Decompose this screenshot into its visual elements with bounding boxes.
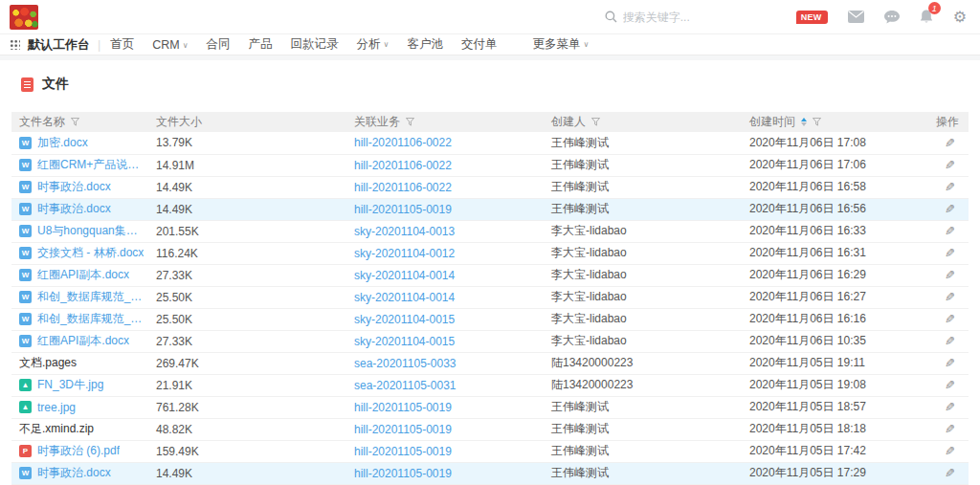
edit-icon[interactable]: ✎ xyxy=(945,136,955,150)
file-name-link[interactable]: 红圈CRM+产品说明201901_前端... xyxy=(37,157,145,173)
edit-icon[interactable]: ✎ xyxy=(945,466,955,480)
nav-item-更多菜单[interactable]: 更多菜单∨ xyxy=(532,36,589,53)
file-name-link[interactable]: 交接文档 - 林桥.docx xyxy=(37,245,144,261)
nav-item-产品[interactable]: 产品 xyxy=(249,36,273,53)
action-cell: ✎ xyxy=(925,440,969,462)
created-time-cell: 2020年11月06日 16:33 xyxy=(742,220,925,242)
edit-icon[interactable]: ✎ xyxy=(945,290,955,304)
file-name-link[interactable]: U8与hongquan集成方案.docx xyxy=(37,223,145,239)
related-business-link[interactable]: hill-20201105-0019 xyxy=(354,401,452,414)
nav-item-首页[interactable]: 首页 xyxy=(110,36,134,53)
related-business-link[interactable]: sky-20201104-0014 xyxy=(354,291,455,304)
created-time-cell: 2020年11月06日 16:58 xyxy=(742,176,925,198)
file-name-link[interactable]: 红圈API副本.docx xyxy=(37,267,129,283)
action-cell: ✎ xyxy=(925,176,969,198)
created-time-cell: 2020年11月05日 18:57 xyxy=(742,396,925,418)
file-name-link[interactable]: 和创_数据库规范_20171124.doc xyxy=(37,311,145,327)
file-size-cell: 21.91K xyxy=(148,374,346,396)
related-business-link[interactable]: hill-20201105-0019 xyxy=(354,423,452,436)
filter-icon[interactable] xyxy=(591,116,600,129)
file-type-icon-docx: W xyxy=(19,181,32,193)
bell-icon[interactable]: 1 xyxy=(920,10,933,24)
table-row: 文档.pages269.47Ksea-20201105-0033陆1342000… xyxy=(11,352,969,374)
edit-icon[interactable]: ✎ xyxy=(945,180,955,194)
file-type-icon-pdf: P xyxy=(19,445,32,457)
app-grid-icon[interactable] xyxy=(10,39,20,50)
app-logo[interactable] xyxy=(10,5,38,30)
nav-item-CRM[interactable]: CRM∨ xyxy=(152,38,188,52)
file-type-icon-jpg: ▲ xyxy=(19,379,32,391)
file-name-link[interactable]: 时事政治.docx xyxy=(37,201,111,217)
related-business-link[interactable]: hill-20201105-0019 xyxy=(354,467,452,480)
file-size-cell: 25.50K xyxy=(148,286,346,308)
edit-icon[interactable]: ✎ xyxy=(945,422,955,436)
related-business-link[interactable]: sky-20201104-0012 xyxy=(354,247,455,260)
related-business-cell: hill-20201105-0019 xyxy=(346,462,544,484)
related-business-cell: hill-20201105-0019 xyxy=(346,418,544,440)
action-cell: ✎ xyxy=(925,154,969,176)
file-name-link[interactable]: 加密.docx xyxy=(37,135,88,151)
filter-icon[interactable] xyxy=(71,116,79,129)
related-business-link[interactable]: sky-20201104-0015 xyxy=(354,313,455,326)
file-name-cell: W红圈API副本.docx xyxy=(11,264,148,286)
chat-icon[interactable] xyxy=(884,11,900,24)
chevron-down-icon: ∨ xyxy=(583,40,589,49)
file-size-cell: 25.50K xyxy=(148,308,346,330)
file-name-link[interactable]: FN_3D牛.jpg xyxy=(37,377,103,393)
nav-divider: | xyxy=(98,38,100,52)
file-size-cell: 14.49K xyxy=(148,198,346,220)
gear-icon[interactable]: ⚙ xyxy=(953,10,967,25)
edit-icon[interactable]: ✎ xyxy=(945,444,955,458)
sort-icon[interactable] xyxy=(801,118,807,126)
related-business-link[interactable]: sea-20201105-0031 xyxy=(354,379,457,392)
file-name-link[interactable]: 和创_数据库规范_20171124.doc xyxy=(37,289,145,305)
action-cell: ✎ xyxy=(925,242,969,264)
related-business-link[interactable]: hill-20201106-0022 xyxy=(354,181,452,194)
edit-icon[interactable]: ✎ xyxy=(945,268,955,282)
nav-item-客户池[interactable]: 客户池 xyxy=(407,36,443,53)
column-header-文件名称: 文件名称 xyxy=(11,112,148,132)
file-name-link[interactable]: 红圈API副本.docx xyxy=(37,333,129,349)
nav-item-回款记录[interactable]: 回款记录 xyxy=(291,36,339,53)
related-business-cell: hill-20201105-0019 xyxy=(346,198,544,220)
file-name-cell: W交接文档 - 林桥.docx xyxy=(11,242,148,264)
related-business-link[interactable]: hill-20201106-0022 xyxy=(354,136,452,149)
filter-icon[interactable] xyxy=(813,116,821,129)
nav-item-分析[interactable]: 分析∨ xyxy=(357,36,390,53)
related-business-link[interactable]: sky-20201104-0015 xyxy=(354,335,455,348)
sort-down-icon xyxy=(801,122,807,126)
edit-icon[interactable]: ✎ xyxy=(945,158,955,172)
edit-icon[interactable]: ✎ xyxy=(945,400,955,414)
edit-icon[interactable]: ✎ xyxy=(945,378,955,392)
related-business-link[interactable]: hill-20201105-0019 xyxy=(354,445,452,458)
edit-icon[interactable]: ✎ xyxy=(945,224,955,238)
mail-icon[interactable] xyxy=(848,11,864,23)
created-time-cell: 2020年11月05日 17:29 xyxy=(742,462,925,484)
related-business-link[interactable]: hill-20201106-0022 xyxy=(354,159,452,172)
edit-icon[interactable]: ✎ xyxy=(945,312,955,326)
created-time-cell: 2020年11月05日 18:18 xyxy=(742,418,925,440)
related-business-link[interactable]: sky-20201104-0013 xyxy=(354,225,455,238)
file-name-cell: W时事政治.docx xyxy=(11,462,148,484)
file-name-link[interactable]: tree.jpg xyxy=(37,401,76,414)
related-business-link[interactable]: sky-20201104-0014 xyxy=(354,269,455,282)
global-search[interactable] xyxy=(605,11,739,24)
related-business-link[interactable]: sea-20201105-0033 xyxy=(354,357,457,370)
search-input[interactable] xyxy=(623,11,728,24)
edit-icon[interactable]: ✎ xyxy=(945,334,955,348)
workspace-title[interactable]: 默认工作台 xyxy=(28,36,90,54)
main-content: 文件 文件名称文件大小关联业务创建人创建时间操作 W加密.docx13.79Kh… xyxy=(0,60,980,485)
edit-icon[interactable]: ✎ xyxy=(945,246,955,260)
created-time-cell: 2020年11月05日 19:08 xyxy=(742,374,925,396)
filter-icon[interactable] xyxy=(406,116,414,129)
edit-icon[interactable]: ✎ xyxy=(945,356,955,370)
file-name-link[interactable]: 时事政治 (6).pdf xyxy=(37,443,120,459)
related-business-link[interactable]: hill-20201105-0019 xyxy=(354,203,452,216)
nav-item-交付单[interactable]: 交付单 xyxy=(461,36,498,53)
edit-icon[interactable]: ✎ xyxy=(945,202,955,216)
file-name-link[interactable]: 时事政治.docx xyxy=(37,179,111,195)
created-time-cell: 2020年11月06日 17:08 xyxy=(742,132,925,154)
column-header-操作: 操作 xyxy=(925,112,969,132)
nav-item-合同[interactable]: 合同 xyxy=(207,36,231,53)
file-name-link[interactable]: 时事政治.docx xyxy=(37,465,111,481)
